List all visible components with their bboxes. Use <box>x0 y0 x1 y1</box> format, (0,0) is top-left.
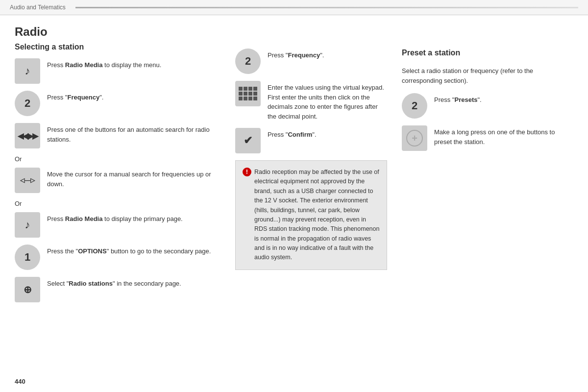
step-text-manual: Move the cursor for a manual search for … <box>47 168 220 189</box>
step-row-rewind: ◀◀▶▶ Press one of the buttons for an aut… <box>15 123 220 148</box>
step-row-options: 1 Press the "OPTIONS" button to go to th… <box>15 245 220 270</box>
step-text-presets: Press "Presets". <box>434 93 482 105</box>
warning-content: ! Radio reception may be affected by the… <box>243 168 380 263</box>
step-row-frequency-2: 2 Press "Frequency". <box>235 49 387 74</box>
step-text-options: Press the "OPTIONS" button to go to the … <box>47 245 211 256</box>
step-row-presets: 2 Press "Presets". <box>402 93 573 119</box>
page-title: Radio <box>15 25 220 39</box>
step-text-confirm: Press "Confirm". <box>268 128 317 140</box>
step-text-long-press: Make a long press on one of the buttons … <box>434 125 573 147</box>
step-row-radio-media-2: Press Radio Media to display the primary… <box>15 212 220 238</box>
step-row-confirm: Press "Confirm". <box>235 128 387 153</box>
step-text-radio-media: Press Radio Media to display the menu. <box>47 58 161 70</box>
warning-icon: ! <box>243 168 251 176</box>
number2-badge-3: 2 <box>402 93 427 119</box>
step-text-frequency-2: Press "Frequency". <box>268 49 324 60</box>
middle-column: 2 Press "Frequency". <box>220 25 387 309</box>
preset-section-title: Preset a station <box>402 49 573 57</box>
bold-options: OPTIONS <box>78 247 107 255</box>
or-label-2: Or <box>15 200 220 207</box>
selecting-section-title: Selecting a station <box>15 43 220 51</box>
radio-stations-icon: ⊕ <box>15 277 40 302</box>
step-row-long-press: + Make a long press on one of the button… <box>402 125 573 151</box>
step-text-rewind: Press one of the buttons for an automati… <box>47 123 220 144</box>
number2-badge-2: 2 <box>235 49 261 74</box>
preset-intro: Select a radio station or frequency (ref… <box>402 64 573 85</box>
bold-radio-media: Radio Media <box>65 61 103 69</box>
top-bar: Audio and Telematics <box>0 0 588 15</box>
step-row-frequency-1: 2 Press "Frequency". <box>15 91 220 116</box>
rewind-icon: ◀◀▶▶ <box>15 123 40 148</box>
step-row-manual: ◁—▷ Move the cursor for a manual search … <box>15 168 220 193</box>
step-text-radio-stations: Select "Radio stations" in the secondary… <box>47 277 181 289</box>
step-row-radio-media: Press Radio Media to display the menu. <box>15 58 220 84</box>
music-note-icon-1 <box>15 58 40 84</box>
right-column: Preset a station Select a radio station … <box>387 25 573 309</box>
warning-box: ! Radio reception may be affected by the… <box>235 160 387 270</box>
number1-badge: 1 <box>15 245 40 270</box>
music-note-icon-2 <box>15 212 40 238</box>
keypad-icon <box>235 81 261 106</box>
plus-circle-icon: + <box>402 125 427 151</box>
page-number: 440 <box>15 378 25 385</box>
left-column: Radio Selecting a station Press Radio Me… <box>15 25 220 309</box>
top-bar-title: Audio and Telematics <box>10 4 66 11</box>
number2-badge-1: 2 <box>15 91 40 116</box>
manual-cursor-icon: ◁—▷ <box>15 168 40 193</box>
checkmark-icon <box>235 128 261 153</box>
bold-frequency-2: Frequency <box>288 51 320 59</box>
bold-radio-media-2: Radio Media <box>65 215 103 222</box>
step-row-keypad: Enter the values using the virtual keypa… <box>235 81 387 121</box>
step-text-keypad: Enter the values using the virtual keypa… <box>268 81 387 121</box>
main-content: Radio Selecting a station Press Radio Me… <box>0 15 588 319</box>
or-label-1: Or <box>15 155 220 163</box>
step-text-radio-media-2: Press Radio Media to display the primary… <box>47 212 183 224</box>
warning-text: Radio reception may be affected by the u… <box>254 168 380 263</box>
bold-presets: Presets <box>454 96 477 103</box>
top-bar-line <box>75 7 578 8</box>
bold-confirm: Confirm <box>288 131 312 138</box>
bold-frequency-1: Frequency <box>67 94 99 101</box>
step-text-frequency-1: Press "Frequency". <box>47 91 103 102</box>
bold-radio-stations: Radio stations <box>69 280 113 287</box>
step-row-radio-stations: ⊕ Select "Radio stations" in the seconda… <box>15 277 220 302</box>
